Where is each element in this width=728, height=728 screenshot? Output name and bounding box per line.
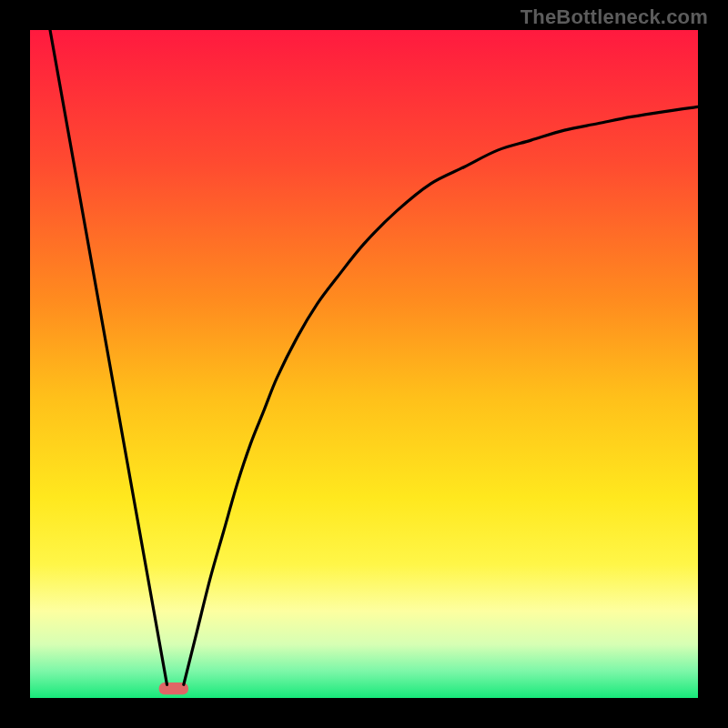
watermark-text: TheBottleneck.com xyxy=(521,5,708,29)
chart-plot xyxy=(30,30,698,698)
chart-background xyxy=(30,30,698,698)
chart-frame: TheBottleneck.com xyxy=(0,0,728,728)
